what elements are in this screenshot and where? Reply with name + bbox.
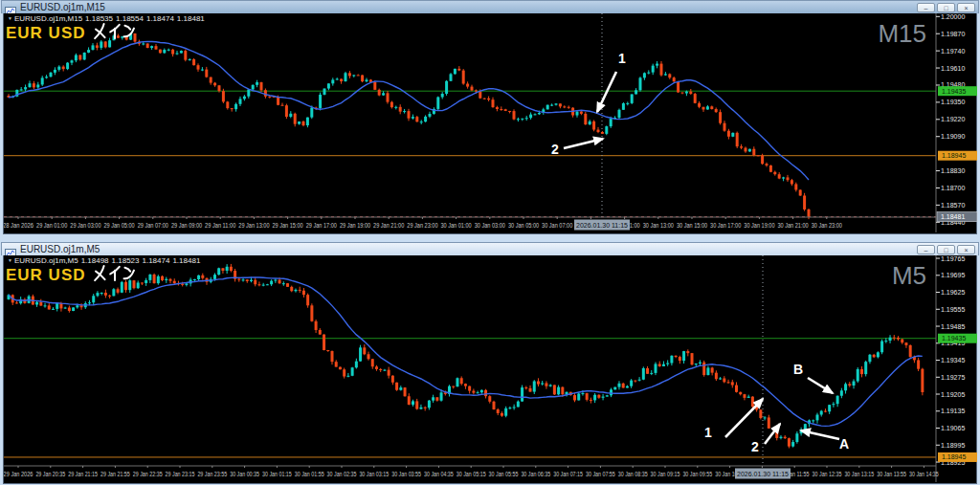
- svg-text:1.19625: 1.19625: [941, 289, 965, 296]
- svg-text:30 Jan 13:55: 30 Jan 13:55: [877, 471, 906, 477]
- chart-client-area[interactable]: ▼EURUSD.oj1m,M151.185351.185541.184741.1…: [3, 13, 977, 234]
- svg-text:30 Jan 17:00: 30 Jan 17:00: [710, 222, 742, 229]
- svg-text:30 Jan 01:55: 30 Jan 01:55: [295, 471, 324, 477]
- svg-text:30 Jan 12:35: 30 Jan 12:35: [813, 471, 842, 477]
- svg-text:30 Jan 00:35: 30 Jan 00:35: [230, 471, 259, 477]
- svg-text:1.19435: 1.19435: [942, 88, 966, 95]
- svg-text:30 Jan 23:00: 30 Jan 23:00: [812, 222, 843, 229]
- svg-text:29 Jan 19:00: 29 Jan 19:00: [340, 222, 371, 229]
- close-button[interactable]: ×: [957, 245, 975, 254]
- chart-client-area[interactable]: ▼EURUSD.oj1m,M51.184981.185231.184741.18…: [3, 255, 977, 484]
- svg-text:29 Jan 13:00: 29 Jan 13:00: [238, 222, 270, 229]
- annotation-arrow: [725, 399, 763, 437]
- svg-text:29 Jan 22:35: 29 Jan 22:35: [133, 471, 163, 477]
- svg-text:30 Jan 07:00: 30 Jan 07:00: [542, 222, 573, 229]
- restore-button[interactable]: □: [937, 245, 955, 254]
- window-controls: – □ ×: [917, 245, 975, 254]
- moving-average-line: [9, 277, 923, 427]
- svg-text:1.19135: 1.19135: [941, 408, 965, 414]
- window-titlebar[interactable]: EURUSD.oj1m,M15 – □ ×: [1, 0, 979, 13]
- pair-name-label: EUR USD: [6, 266, 86, 285]
- chart-window-icon: [5, 3, 16, 12]
- svg-text:29 Jan 20:35: 29 Jan 20:35: [35, 471, 65, 477]
- svg-text:29 Jan 07:00: 29 Jan 07:00: [138, 222, 169, 229]
- low-value: 1.18474: [146, 14, 174, 23]
- annotation-label: A: [839, 436, 849, 452]
- svg-text:1.18945: 1.18945: [942, 453, 966, 460]
- svg-text:29 Jan 23:15: 29 Jan 23:15: [166, 471, 195, 477]
- svg-text:1.19485: 1.19485: [941, 323, 965, 330]
- svg-text:30 Jan 08:35: 30 Jan 08:35: [618, 471, 648, 477]
- svg-text:1.19220: 1.19220: [941, 116, 965, 122]
- svg-text:1.18700: 1.18700: [941, 185, 965, 191]
- time-axis[interactable]: 28 Jan 202629 Jan 01:0029 Jan 03:0029 Ja…: [4, 217, 842, 229]
- window-title: EURUSD.oj1m,M5: [20, 244, 917, 254]
- svg-text:1.19740: 1.19740: [941, 48, 965, 55]
- svg-text:2026.01.30 11:15: 2026.01.30 11:15: [576, 222, 628, 229]
- time-axis[interactable]: 29 Jan 202629 Jan 20:3529 Jan 21:1529 Ja…: [4, 466, 939, 477]
- svg-text:1.19870: 1.19870: [941, 31, 965, 37]
- svg-text:29 Jan 09:00: 29 Jan 09:00: [171, 222, 203, 229]
- svg-text:30 Jan 03:00: 30 Jan 03:00: [475, 222, 506, 229]
- main-label-katakana: [93, 22, 137, 44]
- candlestick-chart-m15[interactable]: 1.200001.198701.197401.196101.194801.193…: [4, 13, 978, 232]
- svg-text:29 Jan 2026: 29 Jan 2026: [4, 471, 33, 477]
- chart-window-m5: EURUSD.oj1m,M5 – □ × ▼EURUSD.oj1m,M51.18…: [1, 242, 979, 484]
- svg-text:30 Jan 09:55: 30 Jan 09:55: [682, 471, 712, 477]
- svg-text:1.19765: 1.19765: [941, 255, 965, 262]
- svg-text:29 Jan 21:15: 29 Jan 21:15: [68, 471, 98, 477]
- svg-text:30 Jan 04:35: 30 Jan 04:35: [424, 471, 454, 477]
- candle-bodies-layer: [8, 267, 924, 447]
- svg-text:30 Jan 06:35: 30 Jan 06:35: [521, 471, 550, 477]
- svg-text:1.19090: 1.19090: [941, 133, 965, 140]
- svg-text:30 Jan 07:55: 30 Jan 07:55: [586, 471, 615, 477]
- candle-wicks-layer: [9, 33, 809, 219]
- svg-text:1.19345: 1.19345: [941, 357, 965, 364]
- minimize-button[interactable]: –: [917, 245, 935, 254]
- svg-text:29 Jan 21:00: 29 Jan 21:00: [373, 222, 405, 229]
- candlestick-chart-m5[interactable]: 1.197651.196951.196251.195551.194851.194…: [4, 255, 978, 482]
- annotation-label: 2: [751, 439, 759, 454]
- svg-text:1.19555: 1.19555: [941, 306, 965, 313]
- low-value: 1.18474: [142, 256, 169, 265]
- symbol-dropdown-icon[interactable]: ▼: [8, 15, 12, 21]
- svg-text:1.18481: 1.18481: [941, 213, 965, 220]
- svg-text:1.19610: 1.19610: [941, 65, 965, 72]
- close-button[interactable]: ×: [957, 3, 975, 12]
- svg-text:1.18945: 1.18945: [942, 152, 966, 159]
- price-axis[interactable]: 1.200001.198701.197401.196101.194801.193…: [936, 13, 965, 226]
- svg-text:30 Jan 05:15: 30 Jan 05:15: [457, 471, 486, 477]
- svg-text:30 Jan 13:00: 30 Jan 13:00: [643, 222, 675, 229]
- svg-text:30 Jan 21:00: 30 Jan 21:00: [778, 222, 810, 229]
- svg-text:30 Jan 01:00: 30 Jan 01:00: [441, 222, 473, 229]
- svg-text:29 Jan 23:00: 29 Jan 23:00: [407, 222, 438, 229]
- annotation-arrow: [808, 378, 833, 393]
- window-titlebar[interactable]: EURUSD.oj1m,M5 – □ ×: [1, 242, 979, 255]
- symbol-dropdown-icon[interactable]: ▼: [8, 257, 12, 263]
- svg-text:29 Jan 01:00: 29 Jan 01:00: [36, 222, 68, 229]
- svg-text:1.18995: 1.18995: [941, 442, 965, 449]
- svg-text:29 Jan 23:55: 29 Jan 23:55: [197, 471, 227, 477]
- pair-overlay-label: EUR USD: [6, 264, 137, 286]
- annotation-label: B: [793, 362, 803, 377]
- close-value: 1.18481: [172, 256, 200, 265]
- svg-text:30 Jan 01:15: 30 Jan 01:15: [262, 471, 292, 477]
- svg-text:28 Jan 2026: 28 Jan 2026: [4, 222, 33, 229]
- price-axis[interactable]: 1.197651.196951.196251.195551.194851.194…: [936, 255, 965, 466]
- annotation-label: 1: [704, 425, 712, 440]
- svg-text:30 Jan 15:00: 30 Jan 15:00: [677, 222, 708, 229]
- candle-wicks-layer: [9, 264, 923, 449]
- restore-button[interactable]: □: [937, 3, 955, 12]
- horizontal-level-lines: [4, 91, 936, 156]
- window-title: EURUSD.oj1m,M15: [20, 2, 917, 12]
- annotations-layer: 12AB: [704, 362, 849, 454]
- annotation-arrow: [597, 72, 616, 112]
- timeframe-watermark: M5: [892, 261, 926, 291]
- svg-text:29 Jan 21:55: 29 Jan 21:55: [100, 471, 130, 477]
- svg-text:1.19695: 1.19695: [941, 272, 965, 278]
- minimize-button[interactable]: –: [917, 3, 935, 12]
- svg-text:2026.01.30 11:15: 2026.01.30 11:15: [737, 471, 789, 477]
- svg-text:1.19350: 1.19350: [941, 99, 965, 105]
- chart-window-icon: [5, 245, 16, 254]
- svg-text:1.19205: 1.19205: [941, 391, 965, 398]
